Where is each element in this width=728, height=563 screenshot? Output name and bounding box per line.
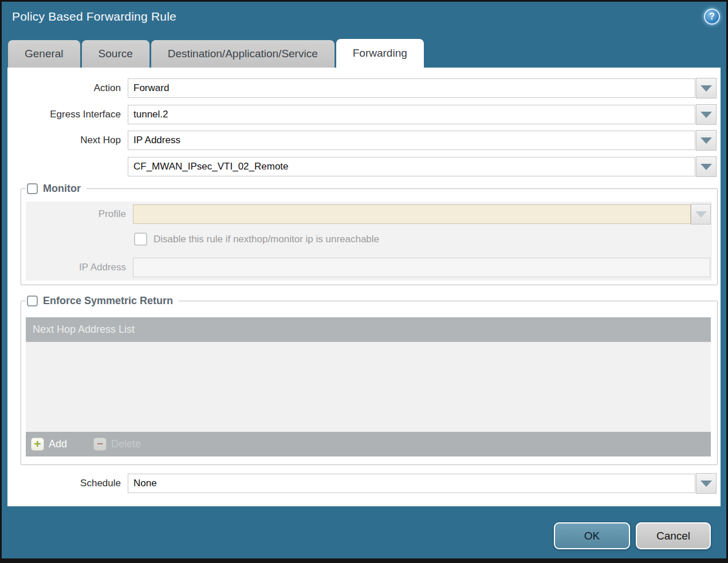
plus-icon[interactable] bbox=[31, 438, 44, 451]
ok-button[interactable]: OK bbox=[554, 522, 630, 549]
chevron-down-icon bbox=[701, 164, 712, 170]
monitor-checkbox[interactable] bbox=[27, 183, 38, 194]
chevron-down-icon bbox=[701, 112, 712, 118]
minus-icon bbox=[93, 438, 107, 451]
next-hop-address-select[interactable]: CF_MWAN_IPsec_VTI_02_Remote bbox=[128, 157, 695, 176]
tab-destination-application-service[interactable]: Destination/Application/Service bbox=[151, 40, 335, 68]
add-button[interactable]: Add bbox=[49, 438, 67, 450]
schedule-label: Schedule bbox=[0, 474, 121, 493]
monitor-ip-input bbox=[133, 258, 710, 277]
delete-button: Delete bbox=[111, 438, 141, 450]
chevron-down-icon bbox=[701, 85, 712, 92]
chevron-down-icon bbox=[701, 137, 712, 144]
profile-select bbox=[133, 204, 691, 224]
next-hop-address-list-body[interactable] bbox=[26, 342, 711, 432]
profile-dropdown-button bbox=[691, 204, 711, 225]
profile-label: Profile bbox=[0, 204, 126, 224]
symmetric-return-checkbox[interactable] bbox=[27, 296, 38, 306]
action-label: Action bbox=[0, 78, 121, 98]
egress-interface-label: Egress Interface bbox=[0, 105, 121, 124]
egress-interface-dropdown-button[interactable] bbox=[696, 104, 717, 125]
next-hop-address-table: Next Hop Address List Add Delete bbox=[26, 317, 711, 456]
chevron-down-icon bbox=[695, 211, 707, 218]
disable-rule-label: Disable this rule if nexthop/monitor ip … bbox=[154, 230, 379, 249]
schedule-select[interactable]: None bbox=[128, 474, 695, 493]
cancel-button[interactable]: Cancel bbox=[636, 522, 711, 549]
action-select[interactable]: Forward bbox=[128, 78, 695, 98]
tab-forwarding[interactable]: Forwarding bbox=[336, 39, 424, 68]
disable-rule-checkbox bbox=[134, 233, 147, 246]
egress-interface-select[interactable]: tunnel.2 bbox=[128, 105, 695, 124]
action-dropdown-button[interactable] bbox=[696, 78, 717, 99]
pbf-rule-dialog: Policy Based Forwarding Rule General Sou… bbox=[0, 0, 728, 563]
symmetric-return-title: Enforce Symmetric Return bbox=[43, 295, 173, 307]
next-hop-type-select[interactable]: IP Address bbox=[128, 131, 695, 150]
monitor-legend: Monitor bbox=[26, 182, 86, 196]
tab-bar: General Source Destination/Application/S… bbox=[8, 39, 424, 68]
table-footer-bar: Add Delete bbox=[26, 432, 711, 456]
monitor-title: Monitor bbox=[43, 183, 81, 195]
next-hop-address-dropdown-button[interactable] bbox=[696, 156, 717, 177]
help-icon[interactable] bbox=[704, 9, 720, 25]
dialog-title: Policy Based Forwarding Rule bbox=[12, 10, 176, 23]
tab-general[interactable]: General bbox=[8, 40, 80, 68]
tab-source[interactable]: Source bbox=[82, 40, 149, 68]
next-hop-dropdown-button[interactable] bbox=[696, 130, 717, 151]
monitor-ip-label: IP Address bbox=[0, 258, 126, 277]
next-hop-address-list-header: Next Hop Address List bbox=[26, 317, 711, 342]
next-hop-label: Next Hop bbox=[0, 131, 121, 150]
schedule-dropdown-button[interactable] bbox=[696, 473, 717, 494]
symmetric-return-legend: Enforce Symmetric Return bbox=[26, 294, 179, 308]
chevron-down-icon bbox=[701, 481, 712, 487]
